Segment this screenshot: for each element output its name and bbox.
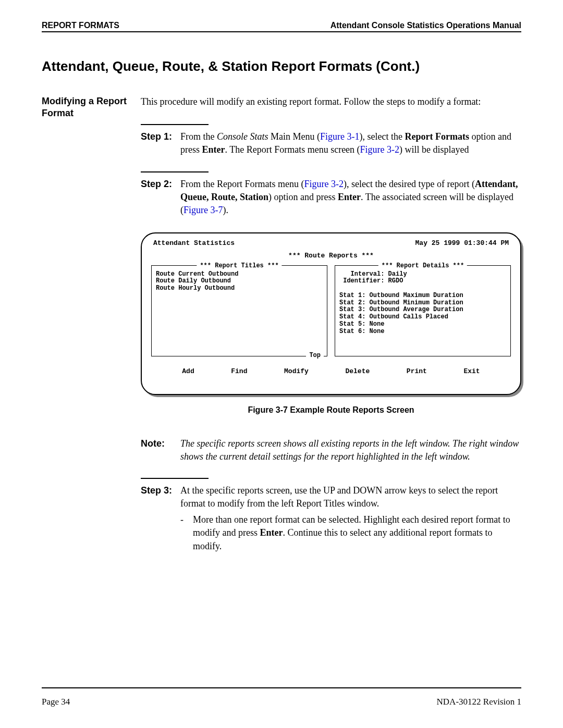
figure-ref[interactable]: Figure 3-1: [320, 131, 360, 142]
figure-caption: Figure 3-7 Example Route Reports Screen: [141, 404, 521, 416]
panel-legend: *** Report Details ***: [378, 262, 467, 270]
menu-add[interactable]: Add: [182, 367, 194, 376]
menu-modify[interactable]: Modify: [284, 367, 309, 376]
bullet-body: More than one report format can be selec…: [193, 513, 521, 553]
figure-ref[interactable]: Figure 3-2: [304, 179, 344, 189]
panel-position-label: Top: [306, 351, 324, 360]
figure-ref[interactable]: Figure 3-7: [183, 205, 223, 215]
report-titles-panel: *** Report Titles *** Route Current Outb…: [151, 265, 327, 356]
bullet-dash: -: [180, 513, 193, 553]
page-header: REPORT FORMATS Attendant Console Statist…: [42, 21, 521, 32]
figure-3-7: Attendant Statistics May 25 1999 01:30:4…: [141, 232, 521, 416]
subsection-heading: Modifying a Report Format: [42, 95, 141, 555]
step-body: From the Console Stats Main Menu (Figure…: [177, 130, 521, 156]
intro-paragraph: This procedure will modify an existing r…: [141, 95, 521, 108]
footer-page: Page 34: [42, 697, 70, 707]
terminal-screen: Attendant Statistics May 25 1999 01:30:4…: [141, 232, 521, 395]
section-title: Attendant, Queue, Route, & Station Repor…: [42, 58, 521, 75]
step-bullet: - More than one report format can be sel…: [180, 513, 521, 553]
step-body: At the specific reports screen, use the …: [177, 484, 521, 553]
note-body: The specific reports screen shows all ex…: [177, 437, 521, 463]
header-left: REPORT FORMATS: [42, 21, 119, 30]
step-label: Step 2:: [141, 178, 177, 217]
panel-legend: *** Report Titles ***: [197, 262, 282, 270]
menu-print[interactable]: Print: [407, 367, 427, 376]
step-separator: [141, 478, 209, 479]
menu-exit[interactable]: Exit: [463, 367, 480, 376]
step-2: Step 2: From the Report Formats menu (Fi…: [141, 178, 521, 217]
step-body: From the Report Formats menu (Figure 3-2…: [177, 178, 521, 217]
page-footer: Page 34 NDA-30122 Revision 1: [42, 687, 521, 707]
terminal-datetime: May 25 1999 01:30:44 PM: [415, 239, 509, 248]
step-label: Step 1:: [141, 130, 177, 156]
step-label: Step 3:: [141, 484, 177, 553]
terminal-app-name: Attendant Statistics: [153, 239, 235, 248]
terminal-menu: Add Find Modify Delete Print Exit: [151, 367, 511, 376]
header-right: Attendant Console Statistics Operations …: [331, 21, 521, 30]
menu-find[interactable]: Find: [231, 367, 247, 376]
footer-doc: NDA-30122 Revision 1: [437, 697, 521, 707]
step-separator: [141, 124, 209, 125]
report-titles-list: Route Current Outbound Route Daily Outbo…: [156, 271, 323, 292]
menu-delete[interactable]: Delete: [345, 367, 370, 376]
step-1: Step 1: From the Console Stats Main Menu…: [141, 130, 521, 156]
terminal-title: *** Route Reports ***: [151, 251, 511, 261]
figure-ref[interactable]: Figure 3-2: [360, 144, 400, 155]
step-3: Step 3: At the specific reports screen, …: [141, 484, 521, 553]
report-details-panel: *** Report Details *** Interval: Daily I…: [335, 265, 511, 356]
note-label: Note:: [141, 437, 177, 463]
note: Note: The specific reports screen shows …: [141, 437, 521, 463]
step-separator: [141, 171, 209, 172]
report-details-list: Interval: Daily Identifier: RGDO Stat 1:…: [339, 271, 506, 336]
